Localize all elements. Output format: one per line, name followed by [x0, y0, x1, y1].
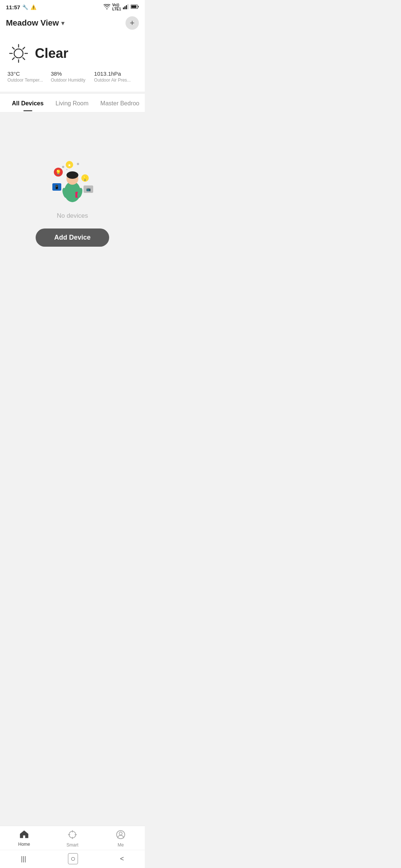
svg-rect-1 — [124, 6, 125, 9]
weather-stats: 33°C Outdoor Temper... 38% Outdoor Humid… — [7, 70, 137, 83]
svg-point-34 — [77, 163, 79, 165]
status-bar: 11:57 🔧 ⚠️ Vo))LTE1 — [0, 0, 145, 13]
temperature-label: Outdoor Temper... — [7, 78, 51, 83]
svg-text:📱: 📱 — [54, 184, 59, 190]
tab-living-room[interactable]: Living Room — [49, 95, 94, 111]
tab-master-bedroom[interactable]: Master Bedroo — [94, 95, 145, 111]
svg-point-33 — [66, 169, 68, 170]
humidity-label: Outdoor Humidity — [51, 78, 94, 83]
sun-icon — [7, 42, 30, 65]
pressure-label: Outdoor Air Pres... — [94, 78, 137, 83]
empty-state-illustration: 💡 ★ 📱 💡 📺 — [46, 157, 98, 205]
weather-main: Clear — [7, 42, 137, 65]
home-name: Meadow View — [6, 18, 59, 28]
svg-text:💡: 💡 — [55, 169, 62, 175]
svg-point-7 — [14, 49, 23, 58]
temperature-stat: 33°C Outdoor Temper... — [7, 70, 51, 83]
svg-point-32 — [62, 166, 64, 168]
status-right: Vo))LTE1 — [104, 3, 139, 11]
tabs-section: All Devices Living Room Master Bedroo ··… — [0, 94, 145, 112]
svg-line-14 — [23, 47, 25, 49]
warning-icon: ⚠️ — [30, 4, 36, 10]
temperature-value: 33°C — [7, 70, 51, 77]
svg-point-18 — [66, 171, 78, 179]
lte-icon: Vo))LTE1 — [112, 3, 121, 11]
header: Meadow View ▾ + — [0, 13, 145, 35]
svg-rect-5 — [138, 6, 139, 7]
svg-text:📺: 📺 — [86, 187, 91, 192]
svg-line-15 — [13, 58, 14, 60]
svg-line-13 — [23, 58, 25, 60]
status-left: 11:57 🔧 ⚠️ — [6, 4, 36, 10]
pressure-value: 1013.1hPa — [94, 70, 137, 77]
weather-condition: Clear — [35, 46, 68, 61]
svg-rect-2 — [126, 5, 127, 9]
plus-icon: + — [130, 19, 135, 27]
svg-text:★: ★ — [68, 163, 71, 167]
chevron-down-icon: ▾ — [61, 20, 64, 27]
signal-icon — [123, 4, 129, 10]
weather-section: Clear 33°C Outdoor Temper... 38% Outdoor… — [0, 35, 145, 92]
wifi-icon — [104, 4, 110, 10]
no-devices-text: No devices — [57, 212, 88, 220]
svg-rect-6 — [131, 5, 137, 8]
svg-rect-0 — [123, 7, 124, 9]
tab-all-devices[interactable]: All Devices — [6, 95, 49, 111]
wrench-icon: 🔧 — [22, 4, 28, 10]
main-content: 💡 ★ 📱 💡 📺 No devices Add Device — [0, 112, 145, 290]
add-device-button[interactable]: Add Device — [36, 228, 109, 247]
svg-line-12 — [13, 47, 14, 49]
svg-rect-3 — [127, 4, 128, 9]
add-home-button[interactable]: + — [125, 16, 139, 30]
humidity-stat: 38% Outdoor Humidity — [51, 70, 94, 83]
pressure-stat: 1013.1hPa Outdoor Air Pres... — [94, 70, 137, 83]
status-time: 11:57 — [6, 4, 20, 10]
header-title[interactable]: Meadow View ▾ — [6, 18, 64, 28]
battery-icon — [131, 4, 139, 10]
svg-text:💡: 💡 — [82, 176, 88, 181]
humidity-value: 38% — [51, 70, 94, 77]
